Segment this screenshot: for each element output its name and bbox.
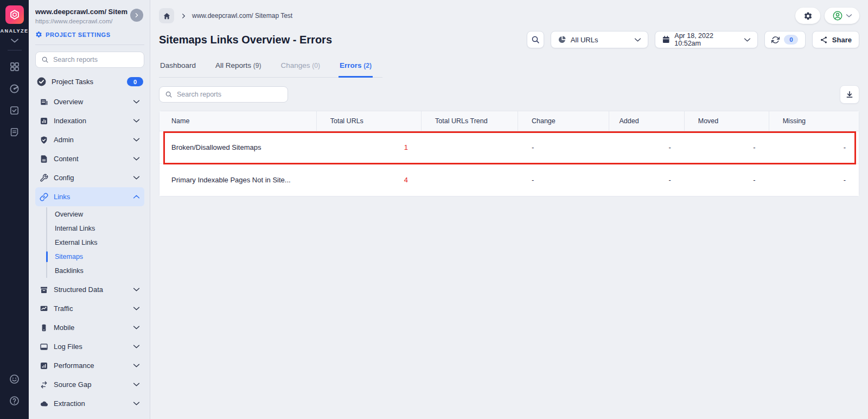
refresh-count-badge: 0 xyxy=(784,35,798,45)
link-icon xyxy=(40,193,48,201)
missing-value: - xyxy=(769,163,859,196)
pie-chart-icon xyxy=(558,35,566,44)
column-header-change[interactable]: Change xyxy=(518,111,609,131)
column-header-total-urls-trend[interactable]: Total URLs Trend xyxy=(421,111,518,131)
reports-search[interactable] xyxy=(159,86,288,103)
sidebar-nav: Overview Indexation Admin Content Config xyxy=(35,92,144,413)
subnav-item-sitemaps[interactable]: Sitemaps xyxy=(47,250,144,264)
subnav-item-external-links[interactable]: External Links xyxy=(47,236,144,250)
cloud-icon xyxy=(40,399,48,408)
subnav-item-backlinks[interactable]: Backlinks xyxy=(47,264,144,278)
notes-icon[interactable] xyxy=(9,126,21,138)
reports-table: Name Total URLs Total URLs Trend Change … xyxy=(159,111,859,196)
sidebar-item-structured-data[interactable]: Structured Data xyxy=(35,280,144,299)
sidebar-item-indexation[interactable]: Indexation xyxy=(35,111,144,130)
sidebar-item-traffic[interactable]: Traffic xyxy=(35,299,144,318)
chevron-down-icon xyxy=(133,175,140,180)
download-button[interactable] xyxy=(840,85,859,104)
refresh-button[interactable]: 0 xyxy=(764,31,806,48)
share-icon xyxy=(820,36,828,44)
project-settings-link[interactable]: PROJECT SETTINGS xyxy=(35,31,144,38)
sidebar-item-admin[interactable]: Admin xyxy=(35,130,144,149)
sidebar-item-label: Traffic xyxy=(54,304,127,313)
sidebar-search[interactable] xyxy=(35,52,144,68)
chevron-up-icon xyxy=(133,194,140,199)
reports-search-input[interactable] xyxy=(177,91,282,98)
chevron-down-icon xyxy=(133,287,140,292)
table-row-primary-indexable-pages[interactable]: Primary Indexable Pages Not in Site... 4… xyxy=(159,163,859,196)
search-button[interactable] xyxy=(527,31,544,48)
performance-chart-icon xyxy=(40,361,48,370)
feedback-smiley-icon[interactable] xyxy=(9,373,21,385)
crawl-date-dropdown[interactable]: Apr 18, 2022 10:52am xyxy=(655,31,758,48)
chevron-down-icon xyxy=(744,37,751,42)
report-name[interactable]: Primary Indexable Pages Not in Site... xyxy=(159,163,316,196)
sidebar-item-label: Config xyxy=(54,174,127,182)
moved-value: - xyxy=(684,163,769,196)
breadcrumb[interactable]: www.deepcrawl.com/ Sitemap Test xyxy=(192,12,292,20)
sidebar-item-label: Content xyxy=(54,155,127,163)
sidebar-item-performance[interactable]: Performance xyxy=(35,356,144,375)
url-filter-value: All URLs xyxy=(571,36,598,44)
settings-button[interactable] xyxy=(795,8,820,24)
tab-errors[interactable]: Errors (2) xyxy=(339,59,373,78)
account-menu-button[interactable] xyxy=(825,8,859,24)
crawl-date-value: Apr 18, 2022 10:52am xyxy=(674,32,739,47)
tasks-checkbox-icon[interactable] xyxy=(9,104,21,116)
page-title: Sitemaps Links Overview - Errors xyxy=(159,34,332,46)
column-header-name[interactable]: Name xyxy=(159,111,316,131)
project-tasks-item[interactable]: Project Tasks 0 xyxy=(36,77,143,87)
sidebar-search-input[interactable] xyxy=(53,56,138,64)
table-row-broken-disallowed-sitemaps[interactable]: Broken/Disallowed Sitemaps 1 - - - - xyxy=(159,131,859,163)
rail-divider xyxy=(8,50,22,50)
subnav-item-internal-links[interactable]: Internal Links xyxy=(47,221,144,236)
share-button[interactable]: Share xyxy=(812,31,859,48)
deepcrawl-logo-icon[interactable] xyxy=(5,5,24,24)
report-name[interactable]: Broken/Disallowed Sitemaps xyxy=(159,131,316,163)
sidebar-item-extraction[interactable]: Extraction xyxy=(35,394,144,413)
chevron-down-icon xyxy=(133,363,140,368)
url-filter-dropdown[interactable]: All URLs xyxy=(551,31,648,48)
sidebar-item-mobile[interactable]: Mobile xyxy=(35,318,144,337)
sidebar-item-config[interactable]: Config xyxy=(35,168,144,187)
added-value: - xyxy=(609,163,684,196)
calendar-icon xyxy=(662,35,670,44)
sidebar-item-label: Links xyxy=(54,193,127,201)
sidebar-item-overview[interactable]: Overview xyxy=(35,92,144,111)
document-icon xyxy=(40,155,48,163)
home-button[interactable] xyxy=(159,8,174,23)
overview-icon xyxy=(40,98,48,106)
chevron-down-icon xyxy=(133,306,140,311)
tab-changes[interactable]: Changes (0) xyxy=(280,59,321,78)
tab-all-reports[interactable]: All Reports (9) xyxy=(214,59,262,78)
apps-grid-icon[interactable] xyxy=(9,61,21,73)
column-header-moved[interactable]: Moved xyxy=(684,111,769,131)
trend-cell xyxy=(421,131,518,163)
column-header-total-urls[interactable]: Total URLs xyxy=(316,111,421,131)
help-icon[interactable] xyxy=(9,395,21,407)
sidebar-item-log-files[interactable]: Log Files xyxy=(35,337,144,356)
change-value: - xyxy=(518,163,609,196)
table-header-row: Name Total URLs Total URLs Trend Change … xyxy=(159,111,859,131)
project-next-button[interactable] xyxy=(130,9,143,22)
column-header-added[interactable]: Added xyxy=(609,111,684,131)
chevron-down-icon xyxy=(133,401,140,406)
sidebar-item-links[interactable]: Links xyxy=(35,187,144,206)
subnav-item-overview[interactable]: Overview xyxy=(47,207,144,221)
sidebar-item-label: Indexation xyxy=(54,117,127,125)
archive-icon xyxy=(40,285,48,294)
links-subnav: Overview Internal Links External Links S… xyxy=(46,207,144,278)
sidebar-item-label: Overview xyxy=(54,98,127,106)
project-settings-label: PROJECT SETTINGS xyxy=(46,31,111,38)
sidebar-item-source-gap[interactable]: Source Gap xyxy=(35,375,144,394)
rail-chevron-down-icon[interactable] xyxy=(10,38,19,43)
crawl-radar-icon[interactable] xyxy=(9,82,21,94)
download-icon xyxy=(845,90,854,99)
sidebar-item-content[interactable]: Content xyxy=(35,149,144,168)
change-value: - xyxy=(518,131,609,163)
chevron-down-icon xyxy=(133,344,140,349)
gear-icon xyxy=(35,31,42,38)
tab-dashboard[interactable]: Dashboard xyxy=(159,59,197,78)
column-header-missing[interactable]: Missing xyxy=(769,111,859,131)
search-icon xyxy=(41,56,49,64)
